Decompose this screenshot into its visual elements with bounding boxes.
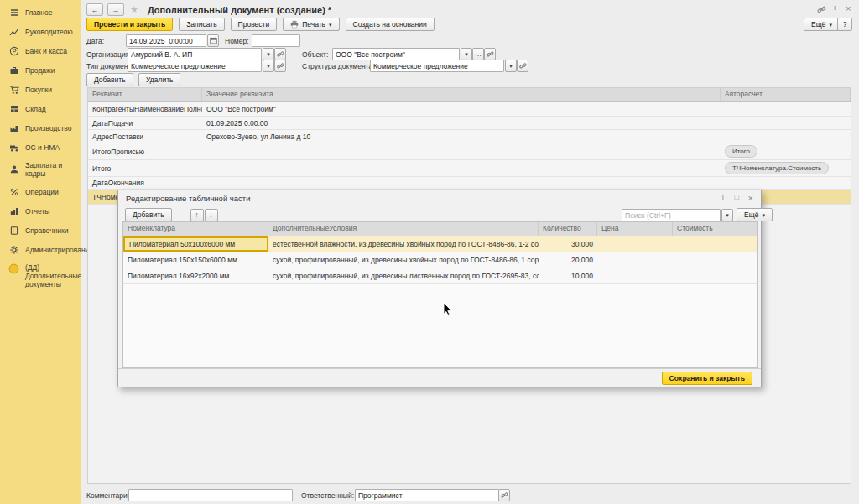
more-button[interactable]: Ещё▾ [804, 18, 840, 31]
column-header[interactable]: Значение реквизита [202, 88, 721, 101]
conditions-cell[interactable]: сухой, профилированный, из древесины хво… [268, 252, 539, 268]
attribute-name-cell[interactable]: АдресПоставки [88, 132, 202, 141]
quantity-cell[interactable]: 30,000 [539, 236, 597, 252]
attribute-auto-cell[interactable]: ТЧНоменклатура.Стоимость [721, 162, 851, 174]
structure-open-link-icon[interactable] [517, 60, 528, 72]
post-and-close-button[interactable]: Провести и закрыть [86, 18, 173, 31]
close-icon[interactable]: × [846, 4, 851, 13]
move-down-button[interactable]: ↓ [205, 209, 218, 221]
autocalc-button[interactable]: ТЧНоменклатура.Стоимость [725, 162, 829, 174]
sidebar-item-production[interactable]: Производство [0, 118, 81, 138]
nomenclature-cell[interactable]: Пиломатериал 150х150х6000 мм [123, 252, 268, 268]
add-row-button[interactable]: Добавить [125, 208, 172, 221]
save-button[interactable]: Записать [179, 18, 224, 31]
pin-icon[interactable]: I [834, 5, 836, 12]
organization-open-link-icon[interactable] [274, 48, 286, 60]
nomenclature-row-selected[interactable]: Пиломатериал 50х100х6000 мм естественной… [123, 236, 757, 252]
nomenclature-cell-active[interactable]: Пиломатериал 50х100х6000 мм [123, 236, 268, 252]
favorite-star-icon[interactable]: ★ [130, 4, 138, 15]
attribute-value-cell[interactable]: 01.09.2025 0:00:00 [202, 119, 721, 127]
responsible-input[interactable] [355, 489, 499, 501]
responsible-open-link-icon[interactable] [498, 489, 510, 501]
search-input[interactable] [622, 209, 721, 221]
attribute-name-cell[interactable]: КонтрагентыНаименованиеПолное [88, 105, 202, 113]
back-button[interactable]: ← [86, 3, 103, 16]
nomenclature-row[interactable]: Пиломатериал 150х150х6000 мм сухой, проф… [123, 252, 757, 268]
nomenclature-cell[interactable]: Пиломатериал 16х92х2000 мм [123, 268, 268, 283]
price-cell[interactable] [597, 236, 673, 252]
attribute-name-cell[interactable]: ИтогоПрописью [88, 148, 202, 156]
conditions-cell[interactable]: естественной влажности, из древесины хво… [268, 236, 539, 252]
sidebar-item-additional-documents[interactable]: (ДД) Дополнительные документы [0, 259, 81, 293]
post-button[interactable]: Провести [231, 18, 278, 31]
column-header[interactable]: Цена [597, 222, 673, 236]
quantity-cell[interactable]: 20,000 [539, 252, 597, 268]
organization-input[interactable] [128, 48, 262, 60]
maximize-icon[interactable]: □ [735, 194, 739, 201]
organization-dropdown-icon[interactable]: ▾ [263, 48, 274, 60]
price-cell[interactable] [597, 252, 673, 268]
object-open-link-icon[interactable] [484, 48, 496, 60]
calendar-icon[interactable] [207, 34, 219, 47]
sidebar-item-administration[interactable]: Администрирование [0, 240, 81, 259]
attribute-row[interactable]: КонтрагентыНаименованиеПолное ООО "Все п… [88, 102, 851, 117]
delete-attribute-button[interactable]: Удалить [138, 73, 180, 86]
column-header[interactable]: Номенклатура [123, 222, 268, 236]
sidebar-item-operations[interactable]: Операции [0, 182, 81, 201]
create-based-on-button[interactable]: Создать на основании [346, 18, 435, 31]
column-header[interactable]: Стоимость [673, 222, 757, 236]
sidebar-item-reports[interactable]: Отчеты [0, 201, 81, 221]
doctype-input[interactable] [128, 60, 262, 72]
doctype-dropdown-icon[interactable]: ▾ [263, 60, 274, 72]
get-link-icon[interactable] [817, 5, 826, 16]
attribute-row[interactable]: ИтогоПрописью Итого [88, 143, 851, 160]
dialog-more-button[interactable]: Ещё▾ [737, 208, 773, 221]
sidebar-item-sales[interactable]: Продажи [0, 60, 81, 80]
column-header[interactable]: Количество [539, 222, 597, 236]
attribute-row[interactable]: ДатаПодачи 01.09.2025 0:00:00 [88, 117, 851, 130]
sidebar-item-manager[interactable]: Руководителю [0, 22, 81, 41]
autocalc-button[interactable]: Итого [725, 145, 757, 158]
sidebar-item-bank[interactable]: Банк и касса [0, 41, 81, 60]
sidebar-item-catalogs[interactable]: Справочники [0, 221, 81, 240]
attribute-name-cell[interactable]: ДатаПодачи [88, 119, 202, 127]
save-and-close-button[interactable]: Сохранить и закрыть [662, 372, 752, 385]
attribute-auto-cell[interactable]: Итого [721, 145, 851, 158]
close-icon[interactable]: × [748, 194, 753, 203]
print-button[interactable]: Печать ▾ [283, 18, 339, 31]
help-button[interactable]: ? [837, 18, 852, 31]
attribute-row[interactable]: АдресПоставки Орехово-Зуево, ул Ленина д… [88, 130, 851, 143]
sidebar-item-main[interactable]: Главное [0, 3, 81, 22]
price-cell[interactable] [597, 268, 673, 283]
sidebar-item-purchases[interactable]: Покупки [0, 80, 81, 99]
attribute-row[interactable]: ДатаОкончания [88, 177, 851, 190]
attribute-value-cell[interactable]: ООО "Все построим" [202, 105, 721, 113]
number-input[interactable] [252, 34, 300, 47]
forward-button[interactable]: → [107, 3, 124, 16]
object-choose-icon[interactable]: … [472, 48, 484, 60]
structure-input[interactable] [370, 60, 504, 72]
column-header[interactable]: ДополнительныеУсловия [268, 222, 539, 236]
attribute-row[interactable]: Итого ТЧНоменклатура.Стоимость [88, 160, 851, 177]
sidebar-item-warehouse[interactable]: Склад [0, 99, 81, 118]
search-dropdown-icon[interactable]: ▾ [721, 209, 733, 221]
attribute-name-cell[interactable]: ДатаОкончания [88, 179, 202, 187]
amount-cell[interactable] [673, 236, 757, 252]
object-input[interactable] [332, 48, 460, 60]
column-header[interactable]: Авторасчет [721, 88, 851, 101]
doctype-open-link-icon[interactable] [274, 60, 286, 72]
column-header[interactable]: Реквизит [88, 88, 202, 101]
move-up-button[interactable]: ↑ [190, 209, 204, 221]
pin-icon[interactable]: I [722, 195, 724, 201]
amount-cell[interactable] [673, 268, 757, 283]
attribute-value-cell[interactable]: Орехово-Зуево, ул Ленина д 10 [202, 132, 721, 141]
date-input[interactable] [126, 34, 206, 47]
sidebar-item-payroll[interactable]: Зарплата и кадры [0, 157, 81, 182]
object-dropdown-icon[interactable]: ▾ [461, 48, 472, 60]
amount-cell[interactable] [673, 252, 757, 268]
structure-dropdown-icon[interactable]: ▾ [505, 60, 517, 72]
nomenclature-row[interactable]: Пиломатериал 16х92х2000 мм сухой, профил… [123, 268, 757, 284]
sidebar-item-fixed-assets[interactable]: ОС и НМА [0, 138, 81, 157]
attribute-name-cell[interactable]: Итого [88, 164, 202, 173]
conditions-cell[interactable]: сухой, профилированный, из древесины лис… [268, 268, 539, 283]
